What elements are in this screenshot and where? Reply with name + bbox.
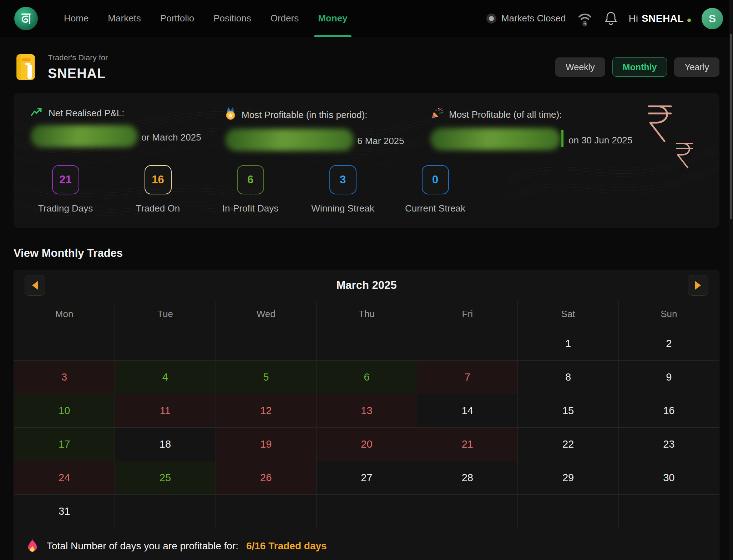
dayname-fri: Fri (417, 301, 517, 327)
greeting-word: Hi (628, 13, 638, 24)
nav-item-positions[interactable]: Positions (204, 0, 261, 37)
flame-icon (26, 538, 39, 554)
medal-icon (225, 107, 236, 123)
stat-label: Most Profitable (in this period): (242, 110, 368, 121)
badge-label: Current Streak (405, 203, 465, 214)
scrollbar-thumb[interactable] (730, 34, 732, 219)
summary-badge-in-profit-days: 6In-Profit Days (216, 165, 285, 214)
calendar-day-cell[interactable]: 23 (618, 428, 719, 461)
calendar-day-cell[interactable]: 13 (316, 394, 417, 427)
calendar-day-cell[interactable]: 17 (14, 428, 115, 461)
calendar-day-cell[interactable]: 18 (115, 428, 215, 461)
hidden-value-blob (430, 128, 561, 150)
calendar-day-cell[interactable]: 4 (115, 361, 215, 394)
period-toggle-monthly[interactable]: Monthly (612, 57, 667, 77)
calendar-week-row: 10111213141516 (14, 394, 719, 427)
hidden-value-blob (225, 129, 354, 151)
dayname-sat: Sat (517, 301, 618, 327)
calendar-day-cell[interactable]: 19 (216, 428, 316, 461)
user-avatar[interactable]: S (702, 8, 723, 29)
stat-value-row: on 30 Jun 2025 (430, 124, 702, 151)
stat-label: Net Realised P&L: (49, 108, 124, 119)
user-greeting: Hi SNEHAL (628, 13, 691, 24)
summary-badge-trading-days: 21Trading Days (31, 165, 100, 214)
calendar-day-cell[interactable]: 20 (316, 428, 417, 461)
calendar-day-cell[interactable]: 16 (618, 394, 719, 427)
summary-badge-winning-streak: 3Winning Streak (308, 165, 378, 214)
calendar-day-cell[interactable]: 31 (14, 495, 115, 528)
calendar-day-cell[interactable]: 3 (14, 361, 115, 394)
chevron-left-icon (32, 281, 38, 290)
next-month-button[interactable] (688, 275, 708, 296)
badge-label: Trading Days (38, 203, 93, 214)
footer-highlight: 6/16 Traded days (246, 540, 327, 552)
calendar-day-cell[interactable]: 2 (618, 327, 719, 360)
calendar-weeks: 1234567891011121314151617181920212223242… (14, 327, 719, 528)
market-status-dot-icon (486, 14, 496, 24)
section-title: View Monthly Trades (14, 247, 719, 260)
stat-value-row: or March 2025 (31, 121, 225, 148)
calendar-day-cell[interactable]: 7 (417, 361, 517, 394)
connection-wifi-icon[interactable] (576, 10, 593, 27)
calendar-day-cell[interactable]: 8 (517, 361, 618, 394)
calendar-day-cell[interactable]: 15 (517, 394, 618, 427)
calendar-day-cell[interactable]: 5 (216, 361, 316, 394)
calendar-empty-cell (316, 327, 417, 360)
calendar-week-row: 24252627282930 (14, 461, 719, 494)
page-scrollbar[interactable] (729, 0, 733, 560)
calendar-week-row: 17181920212223 (14, 427, 719, 461)
calendar-day-cell[interactable]: 12 (216, 394, 316, 427)
previous-month-button[interactable] (25, 275, 45, 296)
calendar-day-cell[interactable]: 21 (417, 428, 517, 461)
calendar-day-cell[interactable]: 1 (517, 327, 618, 360)
calendar-day-cell[interactable]: 28 (417, 461, 517, 494)
calendar-empty-cell (216, 495, 316, 528)
badges-row: 21Trading Days16Traded On6In-Profit Days… (31, 165, 702, 214)
navbar-right-cluster: Markets Closed Hi SNEHAL S (486, 8, 723, 29)
calendar-day-cell[interactable]: 24 (14, 461, 115, 494)
nav-item-home[interactable]: Home (54, 0, 98, 37)
nav-item-orders[interactable]: Orders (261, 0, 308, 37)
period-toggle-weekly[interactable]: Weekly (555, 57, 605, 77)
nav-item-portfolio[interactable]: Portfolio (151, 0, 204, 37)
calendar-day-cell[interactable]: 6 (316, 361, 417, 394)
stat-label: Most Profitable (of all time): (449, 109, 562, 120)
calendar-day-cell[interactable]: 10 (14, 394, 115, 427)
stat-date-text: or March 2025 (138, 132, 201, 148)
dhan-logo[interactable] (14, 7, 38, 30)
calendar-day-cell[interactable]: 22 (517, 428, 618, 461)
stat-card-1: Net Realised P&L:or March 2025 (31, 107, 225, 152)
period-toggle-yearly[interactable]: Yearly (674, 57, 719, 77)
badge-value-box: 21 (52, 165, 79, 194)
greeting-username: SNEHAL (642, 13, 684, 24)
calendar-day-cell[interactable]: 27 (316, 461, 417, 494)
nav-item-money[interactable]: Money (308, 0, 357, 37)
calendar-day-cell[interactable]: 29 (517, 461, 618, 494)
calendar-day-cell[interactable]: 25 (115, 461, 215, 494)
chevron-right-icon (695, 281, 701, 290)
calendar-day-cell[interactable]: 11 (115, 394, 215, 427)
calendar-week-row: 3456789 (14, 360, 719, 394)
calendar-empty-cell (115, 327, 215, 360)
calendar-month-title: March 2025 (14, 279, 719, 292)
summary-badge-current-streak: 0Current Streak (400, 165, 470, 214)
calendar-footer: Total Number of days you are profitable … (14, 528, 719, 560)
calendar-day-cell[interactable]: 14 (417, 394, 517, 427)
calendar-day-cell[interactable]: 26 (216, 461, 316, 494)
nav-item-markets[interactable]: Markets (98, 0, 150, 37)
diary-notebook-icon (14, 53, 37, 81)
calendar-empty-cell (417, 495, 517, 528)
dayname-wed: Wed (216, 301, 316, 327)
online-status-dot-icon (687, 19, 691, 22)
dhan-dha-glyph-icon (19, 11, 34, 26)
party-popper-icon (430, 107, 443, 122)
calendar-empty-cell (517, 495, 618, 528)
stats-row: Net Realised P&L:or March 2025Most Profi… (31, 107, 702, 152)
calendar-week-row: 31 (14, 494, 719, 528)
calendar-day-cell[interactable]: 30 (618, 461, 719, 494)
notifications-bell-icon[interactable] (604, 11, 618, 26)
calendar-day-cell[interactable]: 9 (618, 361, 719, 394)
stat-date-text: on 30 Jun 2025 (565, 135, 632, 151)
dayname-thu: Thu (316, 301, 417, 327)
market-status: Markets Closed (486, 13, 566, 24)
